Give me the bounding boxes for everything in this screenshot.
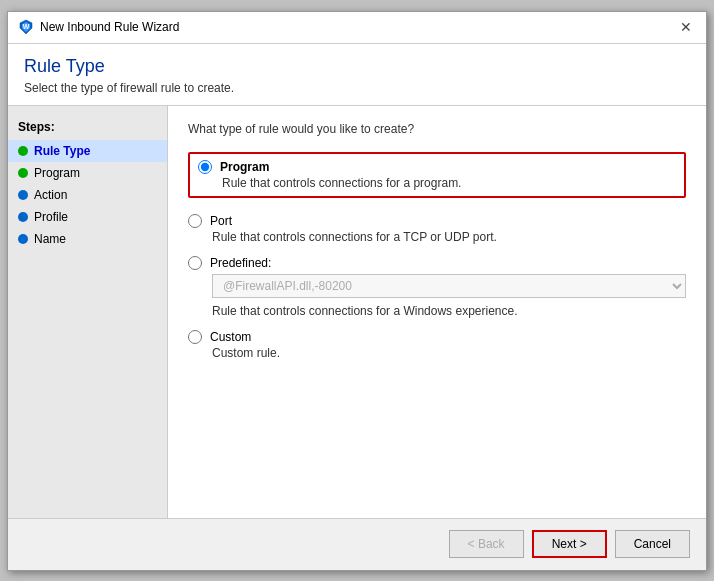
header-section: Rule Type Select the type of firewall ru…: [8, 44, 706, 106]
radio-program[interactable]: [198, 160, 212, 174]
option-port-label[interactable]: Port: [210, 214, 232, 228]
step-dot-action: [18, 190, 28, 200]
titlebar-left: W New Inbound Rule Wizard: [18, 19, 179, 35]
option-program-label[interactable]: Program: [220, 160, 269, 174]
footer: < Back Next > Cancel: [8, 518, 706, 570]
option-program-desc: Rule that controls connections for a pro…: [222, 176, 676, 190]
sidebar-item-name[interactable]: Name: [8, 228, 167, 250]
option-port-container: Port Rule that controls connections for …: [188, 214, 686, 244]
option-predefined-label[interactable]: Predefined:: [210, 256, 271, 270]
step-dot-rule-type: [18, 146, 28, 156]
page-title: Rule Type: [24, 56, 690, 77]
wizard-icon: W: [18, 19, 34, 35]
close-button[interactable]: ✕: [676, 17, 696, 37]
sidebar-item-profile[interactable]: Profile: [8, 206, 167, 228]
option-custom-row: Custom: [188, 330, 686, 344]
content-area: Steps: Rule Type Program Action Profile …: [8, 106, 706, 518]
page-subtitle: Select the type of firewall rule to crea…: [24, 81, 690, 95]
option-program-container: Program Rule that controls connections f…: [188, 152, 686, 198]
radio-predefined[interactable]: [188, 256, 202, 270]
option-group: Program Rule that controls connections f…: [188, 152, 686, 360]
titlebar: W New Inbound Rule Wizard ✕: [8, 12, 706, 44]
step-dot-profile: [18, 212, 28, 222]
option-custom-label[interactable]: Custom: [210, 330, 251, 344]
main-panel: What type of rule would you like to crea…: [168, 106, 706, 518]
step-dot-program: [18, 168, 28, 178]
sidebar-item-program[interactable]: Program: [8, 162, 167, 184]
steps-label: Steps:: [8, 116, 167, 140]
back-button[interactable]: < Back: [449, 530, 524, 558]
step-label-name: Name: [34, 232, 66, 246]
option-port-desc: Rule that controls connections for a TCP…: [212, 230, 686, 244]
sidebar: Steps: Rule Type Program Action Profile …: [8, 106, 168, 518]
step-label-program: Program: [34, 166, 80, 180]
step-label-action: Action: [34, 188, 67, 202]
option-predefined-row: Predefined:: [188, 256, 686, 270]
cancel-button[interactable]: Cancel: [615, 530, 690, 558]
step-label-profile: Profile: [34, 210, 68, 224]
predefined-select[interactable]: @FirewallAPI.dll,-80200: [212, 274, 686, 298]
sidebar-item-action[interactable]: Action: [8, 184, 167, 206]
step-label-rule-type: Rule Type: [34, 144, 90, 158]
radio-port[interactable]: [188, 214, 202, 228]
radio-custom[interactable]: [188, 330, 202, 344]
sidebar-item-rule-type[interactable]: Rule Type: [8, 140, 167, 162]
next-button[interactable]: Next >: [532, 530, 607, 558]
option-custom-desc: Custom rule.: [212, 346, 686, 360]
option-predefined-desc: Rule that controls connections for a Win…: [212, 304, 686, 318]
wizard-window: W New Inbound Rule Wizard ✕ Rule Type Se…: [7, 11, 707, 571]
svg-text:W: W: [23, 23, 30, 30]
step-dot-name: [18, 234, 28, 244]
option-program-row: Program: [198, 160, 676, 174]
question-text: What type of rule would you like to crea…: [188, 122, 686, 136]
window-title: New Inbound Rule Wizard: [40, 20, 179, 34]
option-predefined-container: Predefined: @FirewallAPI.dll,-80200 Rule…: [188, 256, 686, 318]
option-custom-container: Custom Custom rule.: [188, 330, 686, 360]
option-port-row: Port: [188, 214, 686, 228]
